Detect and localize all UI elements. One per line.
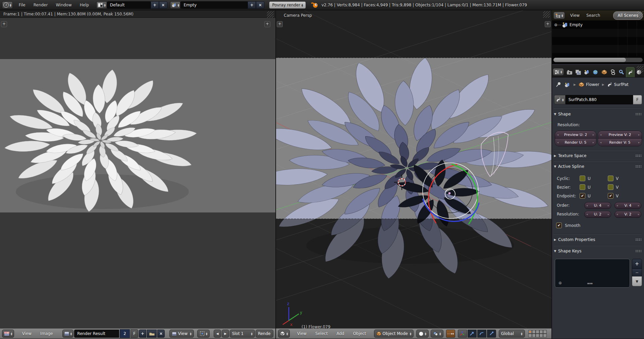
panel-grip-icon[interactable]: [635, 165, 641, 168]
render-v-stepper[interactable]: ◂ Render V: 5 ▸: [598, 139, 642, 146]
breadcrumb-object[interactable]: Flower: [586, 82, 599, 87]
arrow-left-icon[interactable]: ◂: [616, 204, 618, 207]
rotate-manipulator-button[interactable]: [477, 330, 486, 338]
order-v-stepper[interactable]: ◂ V: 4 ▸: [614, 202, 641, 209]
tab-world[interactable]: [591, 67, 600, 77]
menu-file[interactable]: File: [15, 3, 30, 7]
editor-type-button-outliner[interactable]: ▲▼: [553, 12, 565, 19]
close-scene-button[interactable]: ×: [256, 1, 264, 9]
scrollbar-handle[interactable]: [553, 58, 626, 62]
resize-handle-icon[interactable]: ══: [587, 281, 593, 286]
panel-grip-icon[interactable]: [635, 113, 641, 115]
shape-key-add-button[interactable]: +: [632, 259, 642, 269]
next-slot-button[interactable]: ▶: [222, 330, 229, 338]
region-expand-button[interactable]: +: [264, 21, 270, 27]
panel-header-shape-keys[interactable]: ▼ Shape Keys: [552, 247, 644, 255]
manipulator-toggle[interactable]: [458, 330, 467, 338]
endpoint-u-checkbox[interactable]: ✔: [580, 193, 585, 199]
editor-type-button-image[interactable]: ▲▼: [2, 330, 14, 338]
arrow-left-icon[interactable]: ◂: [616, 213, 618, 216]
add-screen-button[interactable]: +: [151, 1, 159, 9]
menu-help[interactable]: Help: [76, 3, 93, 7]
menu-view[interactable]: View: [293, 331, 311, 336]
corner-grip[interactable]: [637, 11, 643, 18]
translate-manipulator-button[interactable]: [468, 330, 477, 338]
surface-data-icon[interactable]: [607, 82, 612, 87]
tab-object-data[interactable]: [626, 67, 635, 77]
arrow-right-icon[interactable]: ▸: [608, 204, 609, 207]
region-expand-button[interactable]: +: [545, 21, 551, 27]
open-image-button[interactable]: [147, 330, 157, 338]
arrow-right-icon[interactable]: ▸: [638, 204, 639, 207]
screen-layout-field[interactable]: Default: [107, 1, 151, 9]
tab-render[interactable]: [565, 67, 574, 77]
menu-image[interactable]: Image: [36, 331, 57, 336]
arrow-left-icon[interactable]: ◂: [600, 141, 601, 144]
layers-widget[interactable]: [528, 330, 547, 337]
panel-header-active-spline[interactable]: ▼ Active Spline: [552, 163, 644, 170]
fake-user-button[interactable]: F: [130, 329, 138, 338]
menu-add[interactable]: Add: [332, 331, 348, 336]
pivot-point-select[interactable]: ▲▼: [431, 330, 443, 338]
preview-v-stepper[interactable]: ◂ Preview V: 2 ▸: [598, 131, 642, 139]
tab-modifiers[interactable]: [617, 67, 626, 77]
tab-object[interactable]: [600, 67, 608, 77]
arrow-right-icon[interactable]: ▸: [638, 141, 640, 144]
menu-search[interactable]: Search: [583, 13, 603, 18]
image-datablock-field[interactable]: Render Result: [74, 330, 119, 338]
new-image-button[interactable]: +: [139, 330, 146, 338]
manipulate-center-points-toggle[interactable]: ⋯↔: [446, 330, 455, 338]
corner-grip[interactable]: [543, 11, 550, 18]
pin-icon[interactable]: [555, 82, 561, 88]
arrow-left-icon[interactable]: ◂: [586, 204, 588, 207]
shape-keys-list[interactable]: ⊕ ══: [555, 259, 630, 288]
viewport-3d-region[interactable]: Camera Persp z y x (1) Flower.079 + + ▲▼…: [276, 10, 551, 339]
menu-window[interactable]: Window: [52, 3, 75, 7]
screen-layout-browse-button[interactable]: ▲▼: [96, 1, 107, 9]
cyclic-u-checkbox[interactable]: [580, 176, 585, 181]
outliner-item-empty[interactable]: ⊕ Empty: [552, 21, 644, 29]
breadcrumb-data[interactable]: SurfPat: [614, 82, 629, 87]
panel-header-texture-space[interactable]: ▶ Texture Space: [552, 152, 644, 159]
menu-select[interactable]: Select: [311, 331, 332, 336]
arrow-left-icon[interactable]: ◂: [557, 141, 558, 144]
unlink-image-button[interactable]: ×: [157, 330, 165, 338]
shape-key-remove-button[interactable]: −: [632, 269, 642, 277]
editor-type-button-properties[interactable]: ▲▼: [553, 68, 564, 76]
arrow-right-icon[interactable]: ▸: [608, 213, 609, 216]
scene-icon[interactable]: [564, 82, 571, 88]
arrow-right-icon[interactable]: ▸: [593, 141, 594, 144]
fake-user-button[interactable]: F: [633, 95, 642, 104]
scene-field[interactable]: Empty: [180, 1, 248, 9]
panel-grip-icon[interactable]: [635, 154, 641, 157]
tab-scene[interactable]: [582, 67, 591, 77]
panel-grip-icon[interactable]: [635, 238, 641, 241]
panel-header-shape[interactable]: ▼ Shape: [552, 110, 644, 118]
expand-icon[interactable]: ⊕: [558, 281, 562, 285]
region-expand-button[interactable]: +: [1, 21, 7, 27]
panel-header-custom-properties[interactable]: ▶ Custom Properties: [552, 236, 644, 243]
arrow-left-icon[interactable]: ◂: [586, 213, 588, 216]
corner-grip[interactable]: [267, 11, 274, 18]
pivot-select[interactable]: ▲▼: [197, 330, 210, 338]
editor-type-button-3d-view[interactable]: ▲▼: [278, 330, 290, 338]
transform-orientation-select[interactable]: Global ▲▼: [499, 330, 525, 338]
render-pass-select[interactable]: Rende: [256, 330, 273, 338]
arrow-left-icon[interactable]: ◂: [600, 133, 601, 136]
viewport-shading-select[interactable]: ▲▼: [416, 330, 429, 338]
resolution-u-stepper[interactable]: ◂ U: 2 ▸: [584, 211, 611, 218]
object-cube-icon[interactable]: [579, 82, 584, 87]
panel-grip-icon[interactable]: [635, 250, 641, 252]
arrow-left-icon[interactable]: ◂: [557, 133, 558, 136]
region-expand-button[interactable]: +: [277, 21, 283, 27]
outliner-scrollbar[interactable]: [553, 58, 643, 62]
surface-datablock-browse-button[interactable]: ▲▼: [554, 95, 566, 104]
cyclic-v-checkbox[interactable]: [608, 176, 613, 181]
preview-u-stepper[interactable]: ◂ Preview U: 2 ▸: [555, 131, 596, 139]
tab-constraints[interactable]: [608, 67, 617, 77]
arrow-right-icon[interactable]: ▸: [638, 213, 639, 216]
info-editor-type-button[interactable]: i ▲▼: [2, 1, 13, 9]
previous-slot-button[interactable]: ◀: [214, 330, 221, 338]
render-u-stepper[interactable]: ◂ Render U: 5 ▸: [555, 139, 596, 146]
menu-object[interactable]: Object: [349, 331, 370, 336]
